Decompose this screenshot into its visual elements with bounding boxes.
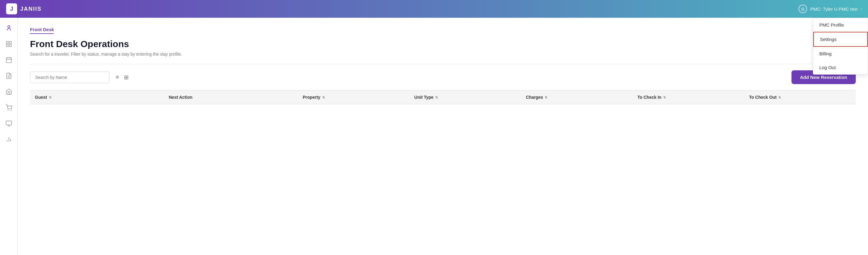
breadcrumb: Front Desk	[30, 27, 54, 34]
col-header-to-check-in[interactable]: To Check In⇅	[633, 90, 744, 104]
sidebar-item-reports[interactable]	[2, 37, 16, 51]
sidebar-item-analytics[interactable]	[2, 132, 16, 147]
col-header-charges[interactable]: Charges⇅	[521, 90, 633, 104]
svg-point-12	[11, 110, 11, 110]
chevron-right-icon: ›	[861, 7, 862, 11]
sort-icon: ⇅	[435, 96, 438, 99]
logo-text: JANIIS	[20, 6, 42, 12]
sort-icon: ⇅	[545, 96, 547, 99]
page-title-area: Front Desk Front Desk Operations Search …	[30, 27, 856, 57]
sidebar-item-front-desk[interactable]	[2, 21, 16, 35]
user-label: PMC: Tyler U PMC test	[810, 6, 858, 12]
logo-icon: J	[6, 3, 17, 14]
sidebar-item-billing[interactable]	[2, 100, 16, 115]
svg-rect-2	[9, 42, 11, 43]
svg-rect-13	[6, 121, 11, 125]
sidebar-item-housekeeping[interactable]	[2, 84, 16, 99]
header: J JANIIS ◎ PMC: Tyler U PMC test ›	[0, 0, 868, 18]
user-dropdown-menu: PMC ProfileSettingsBillingLog Out	[813, 18, 868, 75]
user-avatar-icon: ◎	[799, 5, 807, 13]
svg-point-0	[8, 26, 10, 28]
sidebar-item-ledger[interactable]	[2, 116, 16, 131]
user-menu-trigger[interactable]: ◎ PMC: Tyler U PMC test ›	[799, 5, 862, 13]
sort-icon: ⇅	[322, 96, 325, 99]
page-area: Front Desk Front Desk Operations Search …	[18, 18, 868, 113]
svg-rect-3	[6, 45, 8, 46]
sort-icon: ⇅	[663, 96, 666, 99]
sidebar-item-calendar[interactable]	[2, 52, 16, 67]
svg-rect-4	[9, 45, 11, 46]
table-header: Guest⇅Next ActionProperty⇅Unit Type⇅Char…	[30, 90, 856, 104]
logo-area: J JANIIS	[6, 3, 42, 14]
col-header-guest[interactable]: Guest⇅	[30, 90, 164, 104]
toolbar-left: ≡ ⊞	[30, 72, 130, 83]
page-description: Search for a traveler, Filter by status,…	[30, 52, 856, 57]
svg-rect-5	[6, 58, 11, 63]
view-toggle: ≡ ⊞	[115, 73, 130, 82]
search-input[interactable]	[30, 72, 110, 83]
reservations-table: Guest⇅Next ActionProperty⇅Unit Type⇅Char…	[30, 90, 856, 104]
grid-view-button[interactable]: ⊞	[123, 73, 130, 82]
svg-point-11	[8, 110, 8, 110]
sidebar-item-reservations[interactable]	[2, 69, 16, 83]
page-title: Front Desk Operations	[30, 39, 856, 49]
list-view-button[interactable]: ≡	[115, 73, 120, 82]
col-header-to-check-out[interactable]: To Check Out⇅	[744, 90, 856, 104]
dropdown-item-settings[interactable]: Settings	[813, 32, 868, 47]
col-header-unit-type[interactable]: Unit Type⇅	[409, 90, 521, 104]
dropdown-item-log-out[interactable]: Log Out	[813, 61, 868, 74]
main-content: Front Desk Front Desk Operations Search …	[18, 18, 868, 255]
col-header-next-action: Next Action	[164, 90, 298, 104]
sort-icon: ⇅	[778, 96, 781, 99]
sidebar	[0, 18, 18, 255]
divider	[30, 64, 856, 64]
toolbar: ≡ ⊞ Add New Reservation	[30, 70, 856, 84]
col-header-property[interactable]: Property⇅	[298, 90, 409, 104]
svg-rect-1	[6, 42, 8, 43]
main-layout: Front Desk Front Desk Operations Search …	[0, 18, 868, 255]
dropdown-item-billing[interactable]: Billing	[813, 47, 868, 61]
sort-icon: ⇅	[49, 96, 52, 99]
dropdown-item-pmc-profile[interactable]: PMC Profile	[813, 18, 868, 32]
